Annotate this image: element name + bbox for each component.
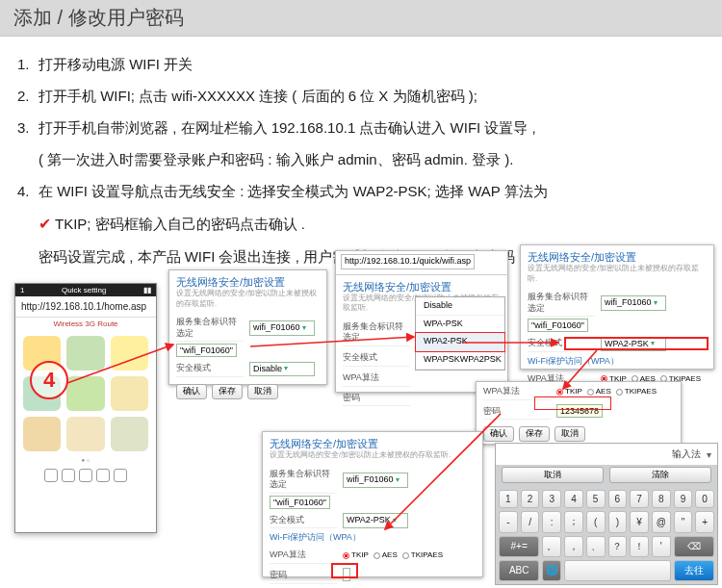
- section-sub: 设置无线网络的安全/加密以防止未被授权的存取监听.: [521, 264, 713, 288]
- nav-btn[interactable]: [114, 469, 127, 482]
- ssid-select[interactable]: wifi_F01060▾: [249, 320, 315, 336]
- section-title: 无线网络安全/加密设置: [263, 432, 482, 450]
- key[interactable]: 6: [608, 490, 628, 508]
- key[interactable]: -: [499, 511, 518, 532]
- key[interactable]: ): [608, 511, 628, 532]
- dropdown-option[interactable]: WPA-PSK: [416, 316, 504, 334]
- panel-d: WPA算法TKIPAESTKIPAES 密码12345678 确认保存取消: [476, 381, 682, 445]
- key[interactable]: 、: [586, 536, 606, 557]
- label-pw: 密码: [270, 568, 337, 584]
- key-space[interactable]: [564, 560, 671, 581]
- key[interactable]: ，: [564, 536, 583, 557]
- step-num: 3.: [17, 112, 39, 143]
- mode-dropdown[interactable]: Disable WPA-PSK WPA2-PSK WPAPSKWPA2PSK: [415, 296, 505, 371]
- key[interactable]: ¥: [630, 511, 649, 532]
- kb-cancel-button[interactable]: 取消: [502, 467, 604, 483]
- key[interactable]: 3: [542, 490, 561, 508]
- key-globe-icon[interactable]: 🌐: [542, 560, 561, 581]
- panel-b: http://192.168.10.1/quick/wifi.asp 无线网络安…: [335, 250, 508, 393]
- key[interactable]: 8: [652, 490, 671, 508]
- key[interactable]: ；: [564, 511, 583, 532]
- mode-select[interactable]: Disable▾: [249, 362, 315, 377]
- radio-mix[interactable]: TKIPAES: [402, 550, 443, 560]
- highlight-save: [331, 563, 358, 578]
- url-box[interactable]: http://192.168.10.1/quick/wifi.asp: [341, 254, 475, 269]
- key[interactable]: :: [542, 511, 561, 532]
- key[interactable]: @: [652, 511, 671, 532]
- key[interactable]: 5: [586, 490, 606, 508]
- key[interactable]: 9: [674, 490, 693, 508]
- nav-btn[interactable]: [96, 469, 110, 482]
- menu-tile[interactable]: [66, 376, 104, 411]
- nav-btn[interactable]: [62, 469, 75, 482]
- phone-url[interactable]: http://192.168.10.1/home.asp: [15, 296, 156, 318]
- menu-tile[interactable]: [23, 417, 61, 451]
- label-pw: 密码: [343, 391, 410, 407]
- key[interactable]: ': [652, 536, 671, 557]
- dropdown-option-selected[interactable]: WPA2-PSK: [416, 333, 504, 351]
- key[interactable]: 0: [695, 490, 714, 508]
- key[interactable]: 2: [521, 490, 540, 508]
- ssid-input[interactable]: "wifi_F01060": [528, 319, 588, 332]
- key[interactable]: ": [674, 511, 693, 532]
- key-abc[interactable]: ABC: [499, 560, 539, 581]
- key[interactable]: 。: [542, 536, 561, 557]
- key[interactable]: /: [521, 511, 540, 532]
- menu-tile[interactable]: [111, 376, 148, 411]
- apply-button[interactable]: 确认: [176, 384, 207, 399]
- nav-btn[interactable]: [79, 469, 92, 482]
- chevron-down-icon: ▾: [302, 323, 306, 333]
- ssid-input[interactable]: "wifi_F01060": [270, 496, 330, 509]
- key[interactable]: ！: [630, 536, 649, 557]
- dropdown-option[interactable]: WPAPSKWPA2PSK: [416, 351, 504, 370]
- key[interactable]: (: [586, 511, 606, 532]
- dropdown-option[interactable]: Disable: [416, 297, 504, 316]
- ssid-select[interactable]: wifi_F01060▾: [343, 473, 408, 488]
- ssid-select[interactable]: wifi_F01060▾: [601, 295, 666, 311]
- ssid-input[interactable]: "wifi_F01060": [176, 344, 237, 357]
- mode-select[interactable]: WPA2-PSK▾: [343, 513, 408, 528]
- key[interactable]: 4: [564, 490, 583, 508]
- key-enter[interactable]: 去往: [674, 560, 714, 581]
- radio-tkip[interactable]: TKIP: [556, 387, 582, 396]
- menu-tile[interactable]: [111, 417, 148, 451]
- chevron-down-icon: ▾: [393, 516, 397, 525]
- label-protect: Wi-Fi保护访问（WPA）: [521, 354, 713, 370]
- cancel-button[interactable]: 取消: [247, 384, 278, 399]
- callout-number: 4: [30, 361, 68, 399]
- label-mode: 安全模式: [343, 350, 410, 367]
- radio-mix[interactable]: TKIPAES: [616, 387, 657, 396]
- kb-clear-button[interactable]: 清除: [609, 467, 711, 483]
- nav-btn[interactable]: [44, 469, 58, 482]
- key[interactable]: +: [695, 511, 714, 532]
- save-button[interactable]: 保存: [212, 384, 243, 399]
- label-ssid: 服务集合标识符选定: [528, 290, 595, 317]
- phone-status-left: 1: [20, 286, 24, 294]
- panel-a: 无线网络安全/加密设置 设置无线网络的安全/加密以防止未被授权的存取监听. 服务…: [168, 269, 327, 385]
- menu-tile[interactable]: [66, 417, 104, 451]
- key[interactable]: 1: [499, 490, 518, 508]
- key-sym[interactable]: #+=: [499, 536, 539, 557]
- section-title: 无线网络安全/加密设置: [336, 275, 507, 294]
- highlight-tkip: [564, 337, 709, 350]
- cancel-button[interactable]: 取消: [554, 426, 585, 442]
- save-button[interactable]: 保存: [519, 426, 550, 442]
- radio-aes[interactable]: AES: [374, 550, 398, 560]
- label-mode: 安全模式: [176, 361, 244, 377]
- keyboard-close-icon[interactable]: ▾: [707, 449, 711, 460]
- instructions-block: 1.打开移动电源 WIFI 开关 2.打开手机 WIFI; 点击 wifi-XX…: [0, 37, 722, 272]
- step-text: 打开手机 WIFI; 点击 wifi-XXXXXX 连接 ( 后面的 6 位 X…: [39, 80, 477, 112]
- key[interactable]: ？: [608, 536, 628, 557]
- ime-suggestion: 输入法: [502, 447, 701, 461]
- step-num: 1.: [17, 48, 39, 80]
- radio-tkip[interactable]: TKIP: [343, 550, 369, 560]
- menu-tile[interactable]: [111, 336, 148, 371]
- key-backspace[interactable]: ⌫: [674, 536, 714, 557]
- radio-aes[interactable]: AES: [587, 387, 611, 396]
- menu-tile[interactable]: [66, 336, 104, 371]
- key[interactable]: 7: [630, 490, 649, 508]
- panel-c: 无线网络安全/加密设置 设置无线网络的安全/加密以防止未被授权的存取监听. 服务…: [520, 244, 714, 370]
- label-ssid: 服务集合标识符选定: [343, 320, 410, 346]
- panel-e: 无线网络安全/加密设置 设置无线网络的安全/加密以防止未被授权的存取监听. 服务…: [262, 431, 483, 577]
- apply-button[interactable]: 确认: [483, 426, 514, 442]
